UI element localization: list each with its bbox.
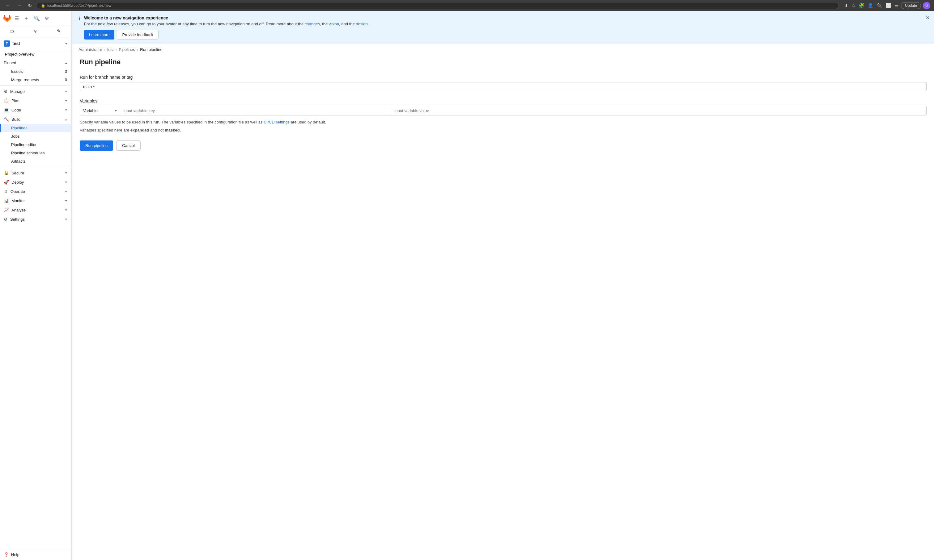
- code-chevron-icon: ▾: [65, 108, 67, 112]
- project-chevron-icon[interactable]: ▾: [65, 42, 67, 46]
- hint-text-1: Specify variable values to be used in th…: [80, 120, 263, 125]
- download-icon[interactable]: ⬇: [844, 2, 849, 9]
- learn-more-button[interactable]: Learn more: [84, 30, 114, 40]
- new-item-btn[interactable]: ＋: [22, 14, 30, 23]
- project-overview-label: Project overview: [5, 52, 34, 57]
- variable-type-label: Variable: [83, 108, 98, 113]
- project-avatar: T: [4, 40, 10, 47]
- info-banner: ℹ Welcome to a new navigation experience…: [72, 11, 934, 44]
- sidebar-tab-git[interactable]: ⑂: [23, 26, 47, 37]
- deploy-left: 🚀 Deploy: [4, 180, 24, 185]
- divider-2: [0, 167, 71, 167]
- sidebar-toggle-icon[interactable]: ⬜: [885, 2, 892, 9]
- banner-link-vision[interactable]: vision: [329, 22, 339, 26]
- pipeline-editor-label: Pipeline editor: [11, 142, 37, 147]
- breadcrumb-test[interactable]: test: [107, 47, 114, 52]
- cicd-settings-link[interactable]: CI/CD settings: [264, 120, 290, 125]
- url-text: localhost:5580/root/test/-/pipelines/new: [47, 3, 111, 8]
- back-button[interactable]: ←: [4, 2, 12, 9]
- variable-value-input[interactable]: [391, 106, 926, 115]
- sidebar-group-code[interactable]: 💻 Code ▾: [0, 105, 71, 115]
- info-icon: ℹ: [79, 16, 80, 22]
- sidebar-group-deploy[interactable]: 🚀 Deploy ▾: [0, 177, 71, 187]
- breadcrumb-sep-1: ›: [104, 47, 105, 52]
- sidebar-item-merge-requests[interactable]: Merge requests 0: [0, 75, 71, 84]
- branch-section: Run for branch name or tag main ▾: [80, 75, 926, 91]
- hint-expanded: expanded: [130, 128, 149, 132]
- settings-left: ⚙ Settings: [4, 217, 25, 222]
- code-left: 💻 Code: [4, 108, 21, 112]
- operate-label: Operate: [11, 189, 25, 194]
- sidebar-item-project-overview[interactable]: Project overview: [0, 50, 71, 58]
- sidebar-item-pipelines[interactable]: Pipelines: [0, 124, 71, 132]
- merge-requests-label: Merge requests: [11, 77, 39, 82]
- sidebar-group-monitor[interactable]: 📊 Monitor ▾: [0, 196, 71, 205]
- snowflake-btn[interactable]: ❄: [43, 14, 50, 23]
- branch-chevron-icon: ▾: [93, 85, 95, 89]
- hint-masked: masked.: [165, 128, 181, 132]
- deploy-chevron-icon: ▾: [65, 180, 67, 184]
- settings-icon: ⚙: [4, 217, 8, 222]
- breadcrumb-sep-2: ›: [116, 47, 117, 52]
- sidebar-group-pinned[interactable]: Pinned ▴: [0, 58, 71, 67]
- plan-left: 📋 Plan: [4, 98, 20, 103]
- run-pipeline-button[interactable]: Run pipeline: [80, 140, 113, 151]
- sidebar-toggle-btn[interactable]: ☰: [13, 14, 20, 23]
- sidebar-group-secure[interactable]: 🔒 Secure ▾: [0, 168, 71, 177]
- banner-content: Welcome to a new navigation experience F…: [84, 15, 928, 40]
- extensions-icon[interactable]: 🧩: [858, 2, 865, 9]
- profile-icon[interactable]: 👤: [867, 2, 874, 9]
- update-button[interactable]: Update: [901, 2, 921, 9]
- issues-label: Issues: [11, 69, 23, 74]
- manage-icon: ⚙: [4, 89, 8, 94]
- variable-type-chevron-icon: ▾: [115, 109, 117, 113]
- sidebar-item-pipeline-editor[interactable]: Pipeline editor: [0, 140, 71, 149]
- variables-hint-1: Specify variable values to be used in th…: [80, 119, 926, 125]
- plugin-icon[interactable]: 🔌: [876, 2, 883, 9]
- pinned-chevron-icon: ▴: [65, 61, 67, 65]
- sidebar-item-jobs[interactable]: Jobs: [0, 132, 71, 140]
- branch-label: Run for branch name or tag: [80, 75, 926, 80]
- sidebar-group-build[interactable]: 🔨 Build ▴: [0, 115, 71, 124]
- hint-text-2: are used by default.: [291, 120, 326, 125]
- browser-actions: ⬇ ☆ 🧩 👤 🔌 ⬜ ☰ Update U: [844, 2, 930, 9]
- banner-link-changes[interactable]: changes: [305, 22, 320, 26]
- banner-close-button[interactable]: ✕: [926, 15, 930, 21]
- gitlab-logo[interactable]: [3, 14, 11, 23]
- sidebar-group-settings[interactable]: ⚙ Settings ▾: [0, 215, 71, 224]
- sidebar-help[interactable]: ❓ Help: [0, 549, 71, 560]
- sidebar-project-header: T test ▾: [0, 37, 71, 50]
- sidebar-item-artifacts[interactable]: Artifacts: [0, 157, 71, 165]
- sidebar-group-analyze[interactable]: 📈 Analyze ▾: [0, 205, 71, 215]
- deploy-icon: 🚀: [4, 180, 9, 185]
- banner-desc-suffix: .: [368, 22, 369, 26]
- breadcrumb-current: Run pipeline: [140, 47, 162, 52]
- provide-feedback-button[interactable]: Provide feedback: [117, 30, 158, 40]
- sidebar-tab-edit[interactable]: ✎: [47, 26, 71, 37]
- banner-link-design[interactable]: design: [356, 22, 367, 26]
- variable-type-select[interactable]: Variable ▾: [80, 106, 120, 115]
- sidebar-group-manage[interactable]: ⚙ Manage ▾: [0, 87, 71, 96]
- branch-select[interactable]: main ▾: [80, 82, 926, 91]
- reload-button[interactable]: ↻: [26, 2, 34, 9]
- forward-button[interactable]: →: [15, 2, 23, 9]
- monitor-icon: 📊: [4, 198, 9, 203]
- sidebar-item-pipeline-schedules[interactable]: Pipeline schedules: [0, 149, 71, 157]
- search-btn[interactable]: 🔍: [32, 14, 42, 23]
- sidebar-group-operate[interactable]: 🖥 Operate ▾: [0, 187, 71, 196]
- star-icon[interactable]: ☆: [851, 2, 856, 9]
- cancel-button[interactable]: Cancel: [116, 140, 140, 151]
- breadcrumb-administrator[interactable]: Administrator: [79, 47, 102, 52]
- sidebar-tab-panel[interactable]: ▭: [0, 26, 23, 37]
- variable-key-input[interactable]: [120, 106, 391, 115]
- menu-icon[interactable]: ☰: [894, 2, 899, 9]
- secure-icon: 🔒: [4, 171, 9, 175]
- url-bar[interactable]: 🔒 localhost:5580/root/test/-/pipelines/n…: [36, 2, 839, 9]
- sidebar-item-issues[interactable]: Issues 0: [0, 67, 71, 75]
- merge-requests-badge: 0: [65, 77, 67, 82]
- sidebar-group-plan[interactable]: 📋 Plan ▾: [0, 96, 71, 105]
- artifacts-label: Artifacts: [11, 159, 26, 164]
- sidebar: ☰ ＋ 🔍 ❄ ▭ ⑂ ✎ T test ▾ Project overview …: [0, 11, 71, 560]
- user-avatar[interactable]: U: [923, 2, 930, 9]
- breadcrumb-pipelines[interactable]: Pipelines: [119, 47, 135, 52]
